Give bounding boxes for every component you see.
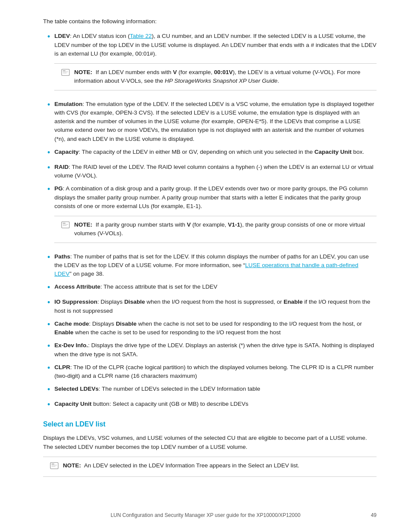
- list-item: • PG: A combination of a disk group and …: [43, 184, 377, 248]
- note-label: NOTE:: [74, 69, 92, 75]
- page: The table contains the following informa…: [0, 0, 411, 532]
- list-item: • Access Attribute: The access attribute…: [43, 283, 377, 293]
- svg-rect-4: [62, 222, 69, 228]
- list-item: • LDEV: An LDEV status icon (Table 22), …: [43, 32, 377, 95]
- note-icon: [50, 462, 59, 472]
- list-item: • Paths: The number of paths that is set…: [43, 252, 377, 279]
- term-cache: Cache mode: [54, 320, 89, 327]
- footer-text: LUN Configuration and Security Manager X…: [111, 511, 301, 519]
- bullet-list: • LDEV: An LDEV status icon (Table 22), …: [43, 32, 377, 411]
- list-item: • Ex-Dev Info.: Displays the drive type …: [43, 341, 377, 359]
- section-heading: Select an LDEV list: [43, 419, 377, 429]
- bullet-content-paths: Paths: The number of paths that is set f…: [54, 252, 377, 279]
- list-item: • Emulation: The emulation type of the L…: [43, 100, 377, 143]
- list-item: • IO Suppression: Displays Disable when …: [43, 298, 377, 315]
- term-paths: Paths: [54, 253, 70, 260]
- bullet-content-exdev: Ex-Dev Info.: Displays the drive type of…: [54, 341, 377, 359]
- note-label-section: NOTE:: [63, 462, 81, 469]
- note-box-section: NOTE: An LDEV selected in the LDEV Infor…: [43, 457, 377, 477]
- list-item: • Selected LDEVs: The number of LDEVs se…: [43, 385, 377, 395]
- list-item: • Capacity: The capacity of the LDEV in …: [43, 148, 377, 159]
- list-item: • CLPR: The ID of the CLPR (cache logica…: [43, 363, 377, 381]
- term-ldev: LDEV: [54, 33, 70, 39]
- footer-page: 49: [371, 511, 377, 519]
- bullet-icon: •: [47, 147, 50, 159]
- bullet-icon: •: [47, 282, 50, 293]
- svg-rect-6: [63, 224, 68, 224]
- bullet-icon: •: [47, 162, 50, 174]
- term-selected: Selected LDEVs: [54, 386, 99, 392]
- svg-rect-10: [52, 465, 57, 465]
- bullet-content-io: IO Suppression: Displays Disable when th…: [54, 298, 377, 315]
- bullet-content-capacity: Capacity: The capacity of the LDEV in ei…: [54, 148, 377, 156]
- bullet-content-capunit: Capacity Unit button: Select a capacity …: [54, 400, 377, 408]
- svg-rect-11: [52, 466, 56, 467]
- note-icon: [61, 221, 70, 231]
- bullet-icon: •: [47, 384, 50, 395]
- bullet-content-selected: Selected LDEVs: The number of LDEVs sele…: [54, 385, 377, 393]
- note-text-section: NOTE: An LDEV selected in the LDEV Infor…: [63, 461, 370, 470]
- term-pg: PG: [54, 185, 63, 192]
- bullet-content-emulation: Emulation: The emulation type of the LDE…: [54, 100, 377, 143]
- svg-rect-0: [62, 69, 69, 76]
- intro-text: The table contains the following informa…: [43, 17, 377, 26]
- bullet-content-clpr: CLPR: The ID of the CLPR (cache logical …: [54, 363, 377, 381]
- note-box-pg: NOTE: If a parity group number starts wi…: [54, 216, 377, 243]
- svg-rect-1: [63, 70, 65, 71]
- term-emulation: Emulation: [54, 101, 82, 107]
- note-box-ldev: NOTE: If an LDEV number ends with V (for…: [54, 63, 377, 90]
- bullet-icon: •: [47, 297, 50, 308]
- svg-rect-9: [52, 464, 54, 464]
- svg-rect-2: [63, 72, 68, 72]
- term-clpr: CLPR: [54, 364, 70, 370]
- bullet-icon: •: [47, 99, 50, 111]
- term-access: Access Attribute: [54, 283, 100, 290]
- term-raid: RAID: [54, 164, 68, 170]
- bullet-icon: •: [47, 31, 50, 43]
- list-item: • RAID: The RAID level of the LDEV. The …: [43, 163, 377, 180]
- bullet-content-raid: RAID: The RAID level of the LDEV. The RA…: [54, 163, 377, 180]
- bullet-icon: •: [47, 362, 50, 374]
- note-label: NOTE:: [74, 221, 92, 228]
- note-icon: [61, 68, 70, 79]
- bullet-icon: •: [47, 184, 50, 195]
- bullet-content-ldev: LDEV: An LDEV status icon (Table 22), a …: [54, 32, 377, 95]
- bullet-content-access: Access Attribute: The access attribute t…: [54, 283, 377, 291]
- svg-rect-3: [63, 73, 67, 73]
- bullet-icon: •: [47, 399, 50, 411]
- bullet-icon: •: [47, 319, 50, 330]
- note-text-ldev: NOTE: If an LDEV number ends with V (for…: [74, 68, 370, 86]
- footer: LUN Configuration and Security Manager X…: [0, 511, 411, 519]
- note-text-pg: NOTE: If a parity group number starts wi…: [74, 221, 370, 238]
- term-exdev: Ex-Dev Info.: [54, 342, 88, 348]
- link-luse-operations[interactable]: LUSE operations that handle a path-defin…: [54, 262, 358, 277]
- bullet-icon: •: [47, 340, 50, 352]
- list-item: • Cache mode: Displays Disable when the …: [43, 320, 377, 337]
- section-body: Displays the LDEVs, VSC volumes, and LUS…: [43, 434, 377, 451]
- svg-rect-8: [50, 462, 58, 469]
- term-io: IO Suppression: [54, 299, 97, 305]
- bullet-content-pg: PG: A combination of a disk group and a …: [54, 184, 377, 248]
- section-note-text: An LDEV selected in the LDEV Information…: [84, 462, 299, 469]
- term-capacity: Capacity: [54, 149, 78, 155]
- svg-rect-7: [63, 225, 67, 226]
- link-table22[interactable]: Table 22: [130, 33, 152, 39]
- svg-rect-5: [63, 223, 65, 223]
- list-item: • Capacity Unit button: Select a capacit…: [43, 400, 377, 411]
- bullet-icon: •: [47, 252, 50, 263]
- term-capunit: Capacity Unit: [54, 401, 91, 407]
- bullet-content-cache: Cache mode: Displays Disable when the ca…: [54, 320, 377, 337]
